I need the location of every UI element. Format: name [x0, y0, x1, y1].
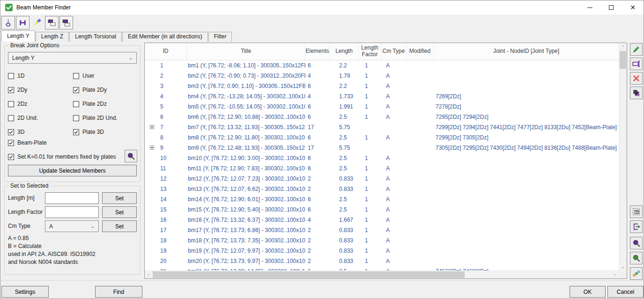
set-cm-type-button[interactable]: Set: [102, 220, 137, 232]
table-row[interactable]: 8bm8 (Y, [76.72; 12.90; 11.80] - 300302.…: [145, 132, 619, 143]
close-icon: ✕: [630, 4, 636, 11]
table-row[interactable]: 13bm13 (Y, [76.72; 12.07; 6.62] - 300302…: [145, 184, 619, 194]
vertical-scrollbar[interactable]: ⌃ ⌄: [619, 43, 627, 270]
col-header-length-factor[interactable]: Length Factor: [359, 43, 381, 60]
checkbox-plate-3d[interactable]: Plate 3D: [73, 125, 138, 139]
checkbox-set-k-0-01-for-members-fixed-by-plates[interactable]: Set K=0.01 for members fixed by plates: [8, 153, 116, 160]
horizontal-scrollbar[interactable]: ‹ ›: [145, 270, 619, 278]
table-row[interactable]: 2bm2 (Y, [76.72; -0.90; 0.73] - 300312..…: [145, 71, 619, 81]
cm-type-dropdown[interactable]: A⌄: [45, 220, 99, 232]
rename-field-button[interactable]: [630, 58, 643, 70]
table-row[interactable]: 16bm16 (Y, [76.72; 13.32; 6.37] - 300302…: [145, 215, 619, 225]
break-mode-dropdown[interactable]: Length Y ⌄: [8, 52, 137, 64]
tab-filter[interactable]: Filter: [208, 32, 232, 42]
checkbox-3d[interactable]: 3D: [8, 125, 73, 139]
table-row[interactable]: 9bm9 (Y, [76.72; 12.48; 11.93] - 300305.…: [145, 143, 619, 153]
table-row[interactable]: 14bm14 (Y, [76.72; 12.90; 6.01] - 300302…: [145, 194, 619, 204]
scroll-up-icon[interactable]: ⌃: [619, 43, 627, 51]
table-row[interactable]: 10bm10 (Y, [76.72; 12.90; 3.00] - 300302…: [145, 153, 619, 163]
tab-length-z[interactable]: Length Z: [36, 32, 69, 42]
scroll-right-icon[interactable]: ›: [611, 271, 619, 278]
table-row[interactable]: 20bm20 (Y, [76.72; 13.73; 9.97] - 300302…: [145, 256, 619, 266]
table-row[interactable]: 1bm1 (Y, [76.72; -8.06; 1.10] - 300305..…: [145, 60, 619, 71]
checkbox-2dy[interactable]: 2Dy: [8, 83, 73, 97]
checkbox-unchecked-icon: [8, 101, 14, 107]
expand-plus-icon[interactable]: [150, 125, 154, 129]
checkbox-plate-2d-und-[interactable]: Plate 2D Und.: [73, 111, 138, 125]
table-row[interactable]: 17bm17 (Y, [76.72; 13.73; 6.86] - 300302…: [145, 225, 619, 235]
cell-title: bm15 (Y, [76.72; 12.90; 5.40] - 300302..…: [187, 206, 305, 213]
export-member-icon: [632, 222, 641, 231]
table-row[interactable]: 21bm21 (Y, [76.72; 12.90; 14.05] - 30030…: [145, 266, 619, 270]
cell-cm: A: [381, 114, 407, 120]
toolbar-button-brush[interactable]: [30, 16, 44, 29]
cell-length: 2.5: [330, 114, 359, 120]
length-m--input[interactable]: [45, 192, 99, 204]
toolbar-button-copy-member[interactable]: [45, 16, 59, 29]
set-length-m--button[interactable]: Set: [102, 192, 137, 204]
set-length-factor-button[interactable]: Set: [102, 206, 137, 218]
title-bar: Beam Member Finder ✕: [0, 0, 644, 15]
update-selected-members-button[interactable]: Update Selected Members: [8, 165, 137, 176]
table-row[interactable]: 7bm7 (Y, [76.72; 13.32; 11.93] - 300305.…: [145, 122, 619, 132]
table-row[interactable]: 15bm15 (Y, [76.72; 12.90; 5.40] - 300302…: [145, 204, 619, 215]
window-title: Beam Member Finder: [16, 4, 71, 11]
table-row[interactable]: 11bm11 (Y, [76.72; 12.90; 7.83] - 300302…: [145, 163, 619, 174]
minimize-button[interactable]: [579, 0, 600, 15]
scroll-left-icon[interactable]: ‹: [145, 271, 153, 278]
toolbar-button-node-pin[interactable]: [1, 16, 15, 29]
ok-button[interactable]: OK: [570, 286, 606, 298]
checkbox-2dz[interactable]: 2Dz: [8, 97, 73, 111]
table-row[interactable]: 5bm5 (Y, [76.72; -10.55; 14.05] - 300302…: [145, 102, 619, 112]
delete-x-button[interactable]: [630, 72, 643, 85]
colored-cubes-button[interactable]: [630, 267, 643, 280]
toolbar-button-ibeam[interactable]: [16, 16, 30, 29]
pencil-edit-button[interactable]: [630, 43, 643, 56]
checkbox-2d-und-[interactable]: 2D Und.: [8, 111, 73, 125]
length-factor-input[interactable]: [45, 206, 99, 218]
checkbox-user[interactable]: User: [73, 69, 138, 83]
colored-cubes-icon: [632, 269, 641, 278]
checkbox-beam-plate[interactable]: Beam-Plate: [8, 139, 47, 146]
tab-length-y[interactable]: Length Y: [1, 30, 35, 42]
vertical-scroll-thumb[interactable]: [620, 51, 626, 69]
cell-joints: 7278[2Dz]: [434, 103, 619, 110]
export-member-button[interactable]: [630, 220, 643, 233]
table-row[interactable]: 19bm19 (Y, [76.72; 12.07; 9.97] - 300302…: [145, 246, 619, 256]
tab-length-torsional[interactable]: Length Torsional: [69, 32, 122, 42]
add-copy-button[interactable]: [630, 87, 643, 99]
cell-cm: A: [381, 227, 407, 233]
maximize-button[interactable]: [600, 0, 622, 15]
note-line: B = Calculate: [8, 242, 96, 250]
col-header-modified[interactable]: Modified: [407, 43, 434, 60]
magnifier-green-button[interactable]: [630, 252, 643, 264]
col-header-id[interactable]: ID: [145, 43, 187, 60]
col-header-length[interactable]: Length: [330, 43, 359, 60]
col-header-title[interactable]: Title: [187, 43, 305, 60]
close-button[interactable]: ✕: [622, 0, 644, 15]
checkbox-plate-2dz[interactable]: Plate 2Dz: [73, 97, 138, 111]
toolbar-button-paste-member[interactable]: [59, 16, 73, 29]
col-header-cm-type[interactable]: Cm Type: [381, 43, 407, 60]
table-row[interactable]: 3bm3 (Y, [76.72; 0.90; 1.10] - 300305..1…: [145, 81, 619, 91]
cell-length: 0.833: [330, 248, 359, 254]
scroll-down-icon[interactable]: ⌄: [619, 263, 627, 270]
expand-plus-icon[interactable]: [150, 146, 154, 150]
cell-length: 0.833: [330, 258, 359, 264]
checkbox-plate-2dy[interactable]: Plate 2Dy: [73, 83, 138, 97]
checkbox-1d[interactable]: 1D: [8, 69, 73, 83]
table-row[interactable]: 12bm12 (Y, [76.72; 12.07; 7.23] - 300302…: [145, 174, 619, 184]
col-header-joints[interactable]: Joint - NodeID [Joint Type]: [434, 43, 619, 60]
select-table-button[interactable]: [630, 205, 643, 218]
table-row[interactable]: 4bm4 (Y, [76.72; -13.28; 14.05] - 300302…: [145, 91, 619, 102]
find-button[interactable]: Find: [95, 286, 142, 298]
cancel-button[interactable]: Cancel: [607, 286, 644, 298]
table-row[interactable]: 18bm18 (Y, [76.72; 13.73; 7.35] - 300302…: [145, 235, 619, 246]
settings-button[interactable]: Settings: [1, 286, 49, 298]
view-fixed-members-button[interactable]: [125, 150, 137, 162]
table-row[interactable]: 6bm6 (Y, [76.72; 12.90; 10.88] - 300302.…: [145, 112, 619, 122]
tab-edit-member-in-all-directions-[interactable]: Edit Member (in all directions): [122, 32, 208, 42]
col-header-elements[interactable]: Elements: [305, 43, 330, 60]
horizontal-scroll-thumb[interactable]: [153, 271, 465, 278]
magnifier-purple-button[interactable]: [630, 237, 643, 249]
